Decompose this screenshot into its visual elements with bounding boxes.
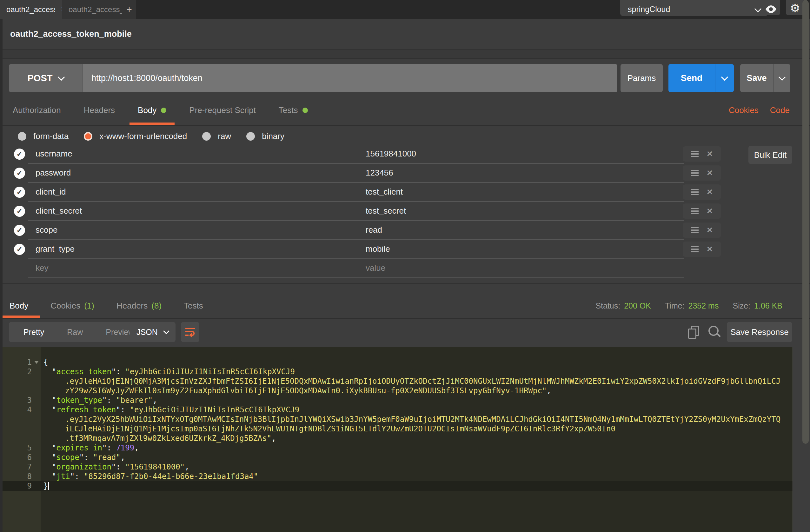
value-field[interactable]: read — [358, 221, 684, 240]
code-token: "bearer" — [116, 396, 153, 405]
params-button[interactable]: Params — [620, 64, 663, 92]
body-mode-label: raw — [218, 131, 231, 141]
row-enabled-checkbox[interactable]: ✓ — [14, 225, 25, 236]
row-actions: ✕ — [683, 184, 721, 200]
value-field[interactable]: test_client — [358, 182, 684, 202]
code-link[interactable]: Code — [770, 106, 790, 115]
body-mode-x-www-form-urlencoded[interactable]: x-www-form-urlencoded — [84, 131, 187, 141]
body-mode-form-data[interactable]: form-data — [18, 131, 68, 141]
environment-preview-button[interactable] — [762, 0, 780, 15]
radio-icon[interactable] — [202, 132, 211, 141]
code-text: .tf3MRmqavA7mjZXl9w0ZkLxed6UZkrkZ_4KDjg5… — [40, 434, 793, 443]
row-enabled-checkbox[interactable]: ✓ — [14, 244, 25, 255]
code-token: zY29wZSI6WyJyZWFkIl0sIm9yZ2FuaXphdGlvbiI… — [65, 386, 547, 395]
response-tab-tests[interactable]: Tests — [184, 294, 203, 318]
key-field[interactable]: scope — [28, 221, 361, 240]
drag-handle-icon[interactable] — [691, 229, 699, 231]
tab-body[interactable]: Body — [138, 95, 166, 125]
response-tab-body[interactable]: Body — [10, 294, 28, 318]
view-mode-raw[interactable]: Raw — [55, 327, 94, 337]
response-tab-count: (8) — [151, 301, 162, 311]
code-line: 7"organization": "15619841000", — [2, 462, 793, 472]
delete-row-icon[interactable]: ✕ — [707, 207, 713, 215]
tab-tests[interactable]: Tests — [279, 95, 308, 125]
row-enabled-checkbox[interactable]: ✓ — [14, 187, 25, 198]
value-field[interactable]: mobile — [358, 240, 684, 259]
window-tab-label: oauth2_access_token_passw — [68, 5, 127, 14]
code-token: iLCJleHAiOjE1NjQ1MjE1MjcsImp0aSI6IjNhZTk… — [65, 424, 615, 433]
cookies-link[interactable]: Cookies — [729, 106, 759, 115]
row-enabled-checkbox[interactable]: ✓ — [14, 148, 25, 160]
code-token: "15619841000" — [125, 463, 185, 471]
radio-icon[interactable] — [246, 132, 255, 141]
wrap-text-button[interactable] — [181, 322, 199, 342]
request-tabs: AuthorizationHeadersBodyPre-request Scri… — [2, 95, 810, 126]
body-mode-binary[interactable]: binary — [246, 131, 285, 141]
response-tab-headers[interactable]: Headers(8) — [116, 294, 162, 318]
delete-row-icon[interactable]: ✕ — [707, 149, 713, 158]
send-options-button[interactable] — [715, 64, 734, 92]
line-number — [2, 376, 40, 386]
copy-response-button[interactable] — [688, 326, 700, 339]
row-enabled-checkbox[interactable]: ✓ — [14, 167, 25, 179]
collection-strip — [2, 49, 810, 59]
code-token: 7199 — [116, 444, 134, 452]
value-field[interactable]: test_secret — [358, 201, 684, 221]
drag-handle-icon[interactable] — [691, 248, 699, 250]
environment-selector[interactable]: springCloud — [620, 0, 768, 16]
drag-handle-icon[interactable] — [691, 210, 699, 212]
key-field[interactable]: password — [28, 163, 361, 183]
search-response-button[interactable] — [708, 325, 722, 340]
save-options-button[interactable] — [773, 64, 790, 92]
size-label: Size: — [732, 301, 750, 310]
line-number — [2, 434, 40, 443]
drag-handle-icon[interactable] — [691, 172, 699, 174]
save-button[interactable]: Save — [740, 64, 773, 92]
request-name-bar: oauth2_access_token_mobile — [2, 19, 810, 49]
scrollbar[interactable] — [801, 0, 810, 532]
response-tab-cookies[interactable]: Cookies(1) — [50, 294, 94, 318]
delete-row-icon[interactable]: ✕ — [707, 168, 713, 177]
radio-icon[interactable] — [84, 132, 92, 141]
value-field[interactable]: 123456 — [358, 163, 684, 183]
code-token: organization — [56, 463, 111, 471]
key-field[interactable]: client_secret — [28, 201, 361, 221]
key-field[interactable]: grant_type — [28, 240, 361, 259]
key-field[interactable]: client_id — [28, 182, 361, 202]
row-enabled-checkbox[interactable]: ✓ — [14, 206, 25, 217]
new-tab-button[interactable]: + — [122, 0, 136, 19]
body-mode-raw[interactable]: raw — [202, 131, 231, 141]
code-token: scope — [56, 453, 79, 462]
delete-row-icon[interactable]: ✕ — [707, 226, 713, 235]
value-field[interactable]: 15619841000 — [358, 144, 684, 164]
code-line: 1{ — [2, 357, 793, 367]
tab-label: Authorization — [13, 106, 61, 115]
drag-handle-icon[interactable] — [691, 153, 699, 155]
tab-authorization[interactable]: Authorization — [13, 95, 61, 125]
radio-icon[interactable] — [18, 132, 26, 141]
key-field[interactable]: username — [28, 144, 361, 164]
send-button[interactable]: Send — [668, 64, 715, 92]
gear-icon: ⚙ — [790, 2, 800, 14]
delete-row-icon[interactable]: ✕ — [707, 188, 713, 196]
url-input[interactable]: http://host1:8000/oauth/token — [83, 64, 617, 92]
code-token: ": — [102, 396, 116, 405]
key-field-placeholder[interactable]: key — [28, 259, 361, 278]
code-token: , — [547, 386, 551, 395]
format-selector[interactable]: JSON — [130, 322, 176, 342]
tab-headers[interactable]: Headers — [84, 95, 115, 125]
save-response-button[interactable]: Save Response — [727, 322, 792, 342]
tab-pre-request-script[interactable]: Pre-request Script — [189, 95, 256, 125]
view-mode-pretty[interactable]: Pretty — [12, 327, 55, 337]
drag-handle-icon[interactable] — [691, 191, 699, 193]
form-row: keyvalue — [2, 259, 810, 278]
response-body-viewer[interactable]: 1{2"access_token": "eyJhbGciOiJIUzI1NiIs… — [2, 347, 793, 532]
fold-arrow-icon[interactable] — [34, 361, 39, 364]
delete-row-icon[interactable]: ✕ — [707, 245, 713, 254]
value-field-placeholder[interactable]: value — [358, 259, 684, 278]
green-dot-icon — [161, 108, 166, 113]
code-line: 8"jti": "85296d87-f2b0-44e1-b66e-23e1ba1… — [2, 472, 793, 481]
panel-divider — [2, 284, 810, 284]
method-selector[interactable]: POST — [9, 64, 83, 92]
scrollbar-thumb[interactable] — [803, 0, 809, 444]
